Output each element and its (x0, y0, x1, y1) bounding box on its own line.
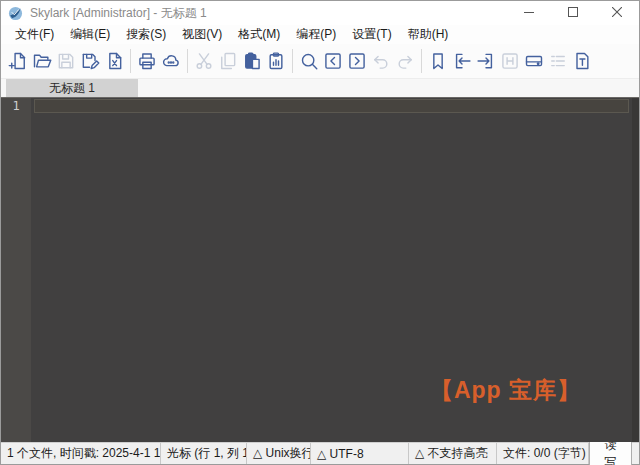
open-file-icon (32, 51, 52, 71)
menu-item-格式m[interactable]: 格式(M) (230, 24, 288, 45)
toolbar-separator (187, 49, 188, 73)
status-bar: 1 个文件, 时间戳: 2025-4-1 14:09光标 (行 1, 列 1)△… (1, 442, 639, 464)
toolbar-button-new-file[interactable] (6, 46, 30, 76)
status-segment-2: △ Unix换行符 (\n (247, 443, 311, 464)
status-segment-1: 光标 (行 1, 列 1) (161, 443, 247, 464)
outline-list-icon (548, 51, 568, 71)
save-as-icon (80, 51, 100, 71)
toolbar-button-save-as[interactable] (78, 46, 102, 76)
paste-icon (242, 51, 262, 71)
tab-label: 无标题 1 (49, 80, 95, 97)
toolbar-button-cut[interactable] (192, 46, 216, 76)
print-icon (137, 51, 157, 71)
undo-icon (371, 51, 391, 71)
close-icon (612, 6, 622, 20)
status-segments: 1 个文件, 时间戳: 2025-4-1 14:09光标 (行 1, 列 1)△… (1, 443, 589, 464)
toolbar-button-nav-forward[interactable] (345, 46, 369, 76)
bookmark-icon (428, 51, 448, 71)
toolbar-button-hex-view[interactable] (498, 46, 522, 76)
toolbar-button-nav-back[interactable] (321, 46, 345, 76)
minimize-button[interactable] (507, 1, 551, 25)
editor-area[interactable]: 1 【App 宝库】 (1, 97, 639, 442)
toolbar-button-save-file[interactable] (54, 46, 78, 76)
app-logo-icon (8, 6, 23, 21)
file-explorer-icon (524, 51, 544, 71)
clipboard-history-icon (266, 51, 286, 71)
toolbar-button-bookmark-next[interactable] (474, 46, 498, 76)
window-controls (507, 1, 639, 25)
menu-item-文件f[interactable]: 文件(F) (7, 24, 62, 45)
line-number-gutter: 1 (1, 98, 31, 442)
toolbar (1, 44, 639, 79)
line-number: 1 (12, 99, 19, 113)
toolbar-separator (292, 49, 293, 73)
toolbar-button-redo[interactable] (393, 46, 417, 76)
toolbar-button-text-document[interactable] (570, 46, 594, 76)
app-window: Skylark [Administrator] - 无标题 1 文件(F)编辑(… (0, 0, 640, 465)
nav-forward-icon (347, 51, 367, 71)
vertical-scrollbar[interactable] (632, 98, 639, 442)
toolbar-button-bookmark[interactable] (426, 46, 450, 76)
toolbar-button-file-explorer[interactable] (522, 46, 546, 76)
close-button[interactable] (595, 1, 639, 25)
title-bar: Skylark [Administrator] - 无标题 1 (1, 1, 639, 25)
menu-item-搜索s[interactable]: 搜索(S) (118, 24, 174, 45)
menu-item-设置t[interactable]: 设置(T) (344, 24, 399, 45)
status-segment-0: 1 个文件, 时间戳: 2025-4-1 14:09 (1, 443, 161, 464)
redo-icon (395, 51, 415, 71)
watermark-text: 【App 宝库】 (430, 375, 581, 406)
search-icon (299, 51, 319, 71)
close-file-icon (104, 51, 124, 71)
toolbar-button-clipboard-history[interactable] (264, 46, 288, 76)
menu-item-帮助h[interactable]: 帮助(H) (400, 24, 457, 45)
toolbar-separator (421, 49, 422, 73)
toolbar-button-paste[interactable] (240, 46, 264, 76)
bookmark-next-icon (476, 51, 496, 71)
menu-bar: 文件(F)编辑(E)搜索(S)视图(V)格式(M)编程(P)设置(T)帮助(H) (1, 25, 639, 44)
minimize-icon (524, 6, 534, 20)
nav-back-icon (323, 51, 343, 71)
status-segment-4: △ 不支持高亮 (409, 443, 497, 464)
new-file-icon (8, 51, 28, 71)
current-line-highlight (34, 99, 629, 113)
menu-item-编辑e[interactable]: 编辑(E) (62, 24, 118, 45)
hex-view-icon (500, 51, 520, 71)
toolbar-button-outline-list[interactable] (546, 46, 570, 76)
toolbar-button-open-file[interactable] (30, 46, 54, 76)
status-segment-5: 文件: 0/0 (字节) (497, 443, 589, 464)
toolbar-button-print[interactable] (135, 46, 159, 76)
maximize-button[interactable] (551, 1, 595, 25)
toolbar-button-undo[interactable] (369, 46, 393, 76)
toolbar-separator (130, 49, 131, 73)
menu-item-视图v[interactable]: 视图(V) (174, 24, 230, 45)
toolbar-button-bookmark-prev[interactable] (450, 46, 474, 76)
save-file-icon (56, 51, 76, 71)
maximize-icon (568, 6, 578, 20)
toolbar-button-cloud-sync[interactable] (159, 46, 183, 76)
toolbar-button-close-file[interactable] (102, 46, 126, 76)
toolbar-button-search[interactable] (297, 46, 321, 76)
bookmark-prev-icon (452, 51, 472, 71)
copy-icon (218, 51, 238, 71)
status-segment-3: △ UTF-8 (311, 443, 409, 464)
toolbar-button-copy[interactable] (216, 46, 240, 76)
window-title: Skylark [Administrator] - 无标题 1 (30, 5, 507, 22)
tab-untitled-1[interactable]: 无标题 1 (6, 79, 138, 97)
tab-bar: 无标题 1 (1, 79, 639, 97)
text-document-icon (572, 51, 592, 71)
cloud-sync-icon (161, 51, 181, 71)
cut-icon (194, 51, 214, 71)
menu-item-编程p[interactable]: 编程(P) (288, 24, 344, 45)
